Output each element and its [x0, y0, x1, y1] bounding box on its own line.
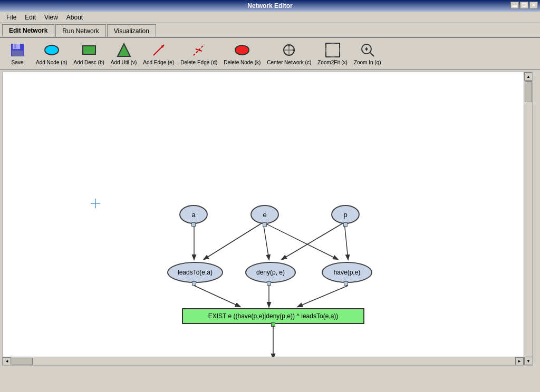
svg-rect-17 — [326, 43, 340, 57]
node-exist[interactable]: EXIST e ((have(p,e)|deny(p,e)) ^ leadsTo… — [182, 308, 364, 324]
port-leadsto-bottom — [192, 281, 196, 286]
svg-line-34 — [204, 222, 263, 259]
svg-line-38 — [263, 222, 338, 259]
svg-line-41 — [298, 286, 348, 307]
delete-node-icon — [234, 42, 250, 58]
scroll-thumb-horizontal[interactable] — [12, 358, 33, 365]
port-p-bottom — [343, 222, 348, 227]
add-node-label: Add Node (n) — [36, 60, 67, 65]
port-exist-bottom — [271, 322, 275, 327]
add-node-tool[interactable]: Add Node (n) — [35, 41, 68, 66]
center-network-label: Center Network (c) — [267, 60, 311, 65]
port-a-bottom — [191, 222, 196, 227]
add-desc-icon — [81, 42, 98, 58]
restore-button[interactable]: ❐ — [520, 2, 528, 9]
delete-node-tool[interactable]: Delete Node (k) — [223, 41, 262, 66]
add-node-icon — [43, 42, 60, 58]
port-deny-bottom — [267, 281, 271, 286]
scrollbar-vertical[interactable]: ▲ ▼ — [524, 72, 532, 365]
tab-visualization[interactable]: Visualization — [107, 24, 156, 37]
menu-file[interactable]: File — [2, 13, 21, 22]
save-tool[interactable]: Save — [4, 41, 31, 66]
add-desc-label: Add Desc (b) — [73, 60, 104, 65]
scrollbar-horizontal[interactable]: ◄ ► — [3, 357, 524, 365]
toolbar: Save Add Node (n) Add Desc (b) Add Util … — [0, 38, 540, 70]
tab-edit-network[interactable]: Edit Network — [2, 24, 54, 37]
port-e-bottom — [263, 222, 267, 227]
svg-point-11 — [235, 45, 249, 55]
menu-bar: File Edit View About — [0, 12, 540, 23]
node-a[interactable]: a — [179, 205, 208, 224]
crosshair-cursor — [91, 199, 100, 210]
zoom2fit-label: Zoom2Fit (x) — [317, 60, 348, 65]
delete-node-label: Delete Node (k) — [224, 60, 261, 65]
add-util-tool[interactable]: Add Util (v) — [110, 41, 138, 66]
center-network-tool[interactable]: Center Network (c) — [266, 41, 312, 66]
zoom-in-icon — [359, 42, 376, 58]
close-button[interactable]: ✕ — [529, 2, 538, 9]
tab-bar: Edit Network Run Network Visualization — [0, 23, 540, 38]
svg-point-4 — [45, 45, 59, 55]
node-have[interactable]: have(p,e) — [322, 262, 372, 283]
center-network-icon — [281, 42, 297, 58]
menu-about[interactable]: About — [62, 13, 87, 22]
add-edge-label: Add Edge (e) — [143, 60, 174, 65]
window-controls[interactable]: ▬ ❐ ✕ — [510, 2, 538, 9]
svg-rect-2 — [14, 44, 16, 48]
svg-rect-5 — [83, 46, 95, 54]
svg-rect-3 — [12, 51, 23, 56]
scroll-down-button[interactable]: ▼ — [524, 357, 533, 365]
window-title: Network Editor — [247, 2, 292, 9]
node-deny[interactable]: deny(p, e) — [245, 262, 296, 283]
zoom2fit-icon — [324, 42, 341, 58]
delete-edge-tool[interactable]: Delete Edge (d) — [179, 41, 218, 66]
scroll-up-button[interactable]: ▲ — [524, 72, 533, 81]
save-icon — [9, 42, 26, 58]
port-have-bottom — [344, 281, 348, 286]
add-desc-tool[interactable]: Add Desc (b) — [72, 41, 105, 66]
add-util-label: Add Util (v) — [111, 60, 137, 65]
title-bar: Network Editor ▬ ❐ ✕ — [0, 0, 540, 12]
zoom-in-label: Zoom In (q) — [354, 60, 381, 65]
node-leadsto[interactable]: leadsTo(e,a) — [167, 262, 223, 283]
minimize-button[interactable]: ▬ — [510, 2, 519, 9]
add-edge-tool[interactable]: Add Edge (e) — [142, 41, 175, 66]
zoom2fit-tool[interactable]: Zoom2Fit (x) — [316, 41, 349, 66]
add-edge-icon — [150, 42, 167, 58]
delete-edge-icon — [190, 42, 207, 58]
zoom-in-tool[interactable]: Zoom In (q) — [353, 41, 382, 66]
node-e[interactable]: e — [250, 205, 279, 224]
svg-marker-6 — [118, 44, 130, 56]
svg-line-39 — [194, 286, 240, 307]
delete-edge-label: Delete Edge (d) — [180, 60, 217, 65]
menu-view[interactable]: View — [40, 13, 62, 22]
tab-run-network[interactable]: Run Network — [55, 24, 105, 37]
scroll-thumb-vertical[interactable] — [525, 81, 532, 102]
svg-line-37 — [344, 222, 348, 259]
svg-line-35 — [263, 222, 269, 259]
svg-line-36 — [282, 222, 344, 259]
menu-edit[interactable]: Edit — [21, 13, 40, 22]
save-label: Save — [12, 60, 24, 65]
scroll-right-button[interactable]: ► — [515, 357, 524, 366]
scroll-left-button[interactable]: ◄ — [3, 357, 11, 366]
canvas-area[interactable]: a e p leadsTo(e,a) deny(p, e) have(p,e) … — [2, 72, 533, 366]
add-util-icon — [115, 42, 132, 58]
node-p[interactable]: p — [331, 205, 360, 224]
